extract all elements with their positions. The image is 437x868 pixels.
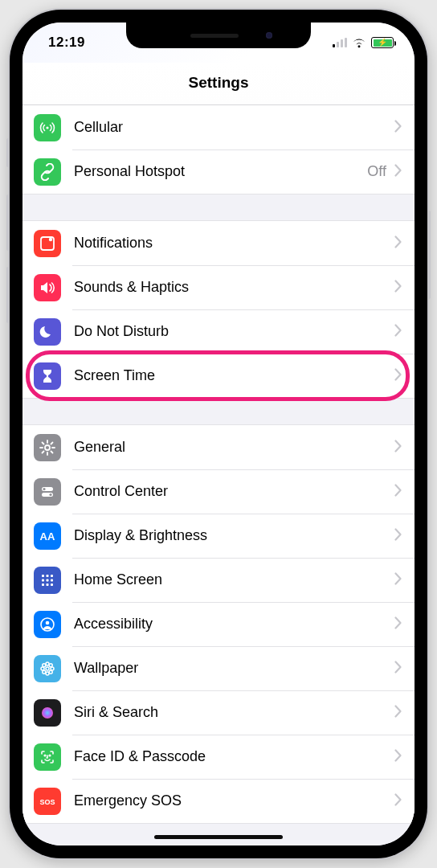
chevron-right-icon [394,235,402,252]
bell-square-icon [34,230,61,257]
chevron-right-icon [394,368,402,384]
settings-row-personal-hotspot[interactable]: Personal HotspotOff [22,149,415,194]
chevron-right-icon [394,120,402,136]
sos-icon: SOS [34,788,61,815]
svg-point-22 [46,672,49,675]
settings-row-emergency-sos[interactable]: SOSEmergency SOS [22,779,415,823]
svg-point-24 [51,667,54,670]
moon-icon [34,318,61,346]
svg-text:AA: AA [40,530,55,542]
cellular-signal-icon [333,38,347,47]
row-label: Home Screen [74,571,394,588]
page-title: Settings [22,63,415,105]
svg-point-0 [46,126,48,129]
screen: 12:19 ⚡ Settings CellularPersonal Hotspo… [22,23,415,845]
svg-rect-12 [42,579,44,581]
link-icon [34,158,61,186]
row-label: Screen Time [74,367,394,384]
chevron-right-icon [394,793,402,809]
row-label: Notifications [74,235,394,252]
speaker-icon [34,274,61,301]
row-label: Display & Brightness [74,527,394,544]
settings-group-notifications: NotificationsSounds & HapticsDo Not Dist… [22,220,415,399]
svg-point-19 [46,620,50,624]
svg-point-23 [41,667,44,670]
siri-icon [34,699,61,727]
row-label: General [74,439,394,456]
svg-point-29 [42,707,53,719]
volume-up-button [6,194,10,251]
antenna-icon [34,114,61,141]
status-time: 12:19 [48,35,85,51]
svg-rect-13 [47,579,49,581]
settings-row-accessibility[interactable]: Accessibility [22,602,415,646]
settings-row-wallpaper[interactable]: Wallpaper [22,646,415,690]
chevron-right-icon [394,484,402,500]
svg-point-7 [49,493,51,495]
settings-list[interactable]: CellularPersonal HotspotOffNotifications… [22,105,415,845]
aa-icon: AA [34,522,61,550]
settings-row-display-brightness[interactable]: AADisplay & Brightness [22,514,415,558]
settings-row-notifications[interactable]: Notifications [22,221,415,265]
notch [126,23,311,48]
wifi-icon [352,38,366,48]
svg-rect-16 [47,583,49,586]
svg-point-25 [43,663,46,666]
svg-point-30 [44,755,46,756]
row-label: Sounds & Haptics [74,279,394,296]
row-label: Siri & Search [74,704,394,721]
svg-rect-14 [51,579,53,581]
svg-point-31 [49,755,51,756]
iphone-frame: 12:19 ⚡ Settings CellularPersonal Hotspo… [10,10,427,858]
status-indicators: ⚡ [333,37,394,48]
volume-down-button [6,267,10,323]
settings-group-connectivity: CellularPersonal HotspotOff [22,105,415,194]
home-indicator[interactable] [154,835,283,839]
settings-row-control-center[interactable]: Control Center [22,469,415,514]
svg-rect-11 [51,575,53,577]
chevron-right-icon [394,616,402,633]
row-label: Wallpaper [74,660,394,677]
row-label: Accessibility [74,616,394,633]
grid-icon [34,567,61,594]
svg-rect-9 [42,575,44,577]
svg-point-5 [43,487,45,489]
hourglass-icon [34,362,61,390]
switches-icon [34,478,61,506]
settings-row-cellular[interactable]: Cellular [22,105,415,149]
chevron-right-icon [394,164,402,180]
settings-row-general[interactable]: General [22,425,415,469]
gear-icon [34,434,61,461]
svg-text:SOS: SOS [39,798,55,806]
settings-group-general: GeneralControl CenterAADisplay & Brightn… [22,424,415,824]
settings-row-screen-time[interactable]: Screen Time [22,354,415,398]
svg-rect-10 [47,575,49,577]
chevron-right-icon [394,528,402,544]
battery-icon: ⚡ [371,37,394,48]
chevron-right-icon [394,440,402,456]
flower-icon [34,655,61,682]
chevron-right-icon [394,324,402,340]
row-label: Face ID & Passcode [74,748,394,765]
settings-row-do-not-disturb[interactable]: Do Not Disturb [22,309,415,354]
row-label: Control Center [74,483,394,500]
chevron-right-icon [394,661,402,677]
svg-rect-15 [42,583,44,586]
row-label: Cellular [74,119,394,136]
settings-row-home-screen[interactable]: Home Screen [22,558,415,602]
settings-row-siri-search[interactable]: Siri & Search [22,690,415,735]
row-label: Emergency SOS [74,792,394,809]
chevron-right-icon [394,572,402,588]
silence-switch [6,138,10,167]
svg-point-20 [46,667,49,670]
row-label: Personal Hotspot [74,163,367,180]
power-button [427,211,431,299]
settings-row-sounds-haptics[interactable]: Sounds & Haptics [22,265,415,309]
svg-point-26 [49,663,52,666]
settings-row-faceid-passcode[interactable]: Face ID & Passcode [22,735,415,779]
chevron-right-icon [394,749,402,765]
svg-point-3 [45,445,50,450]
chevron-right-icon [394,280,402,296]
person-icon [34,611,61,638]
svg-point-28 [49,670,52,674]
